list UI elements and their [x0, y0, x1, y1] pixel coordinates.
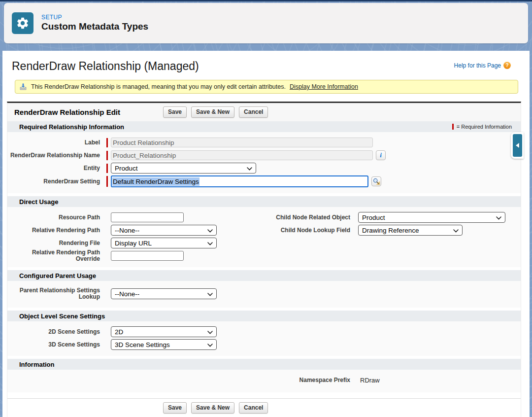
2d-scene-settings-field-label: 2D Scene Settings — [7, 329, 100, 335]
rendering-file-field-label: Rendering File — [7, 240, 100, 246]
child-node-lookup-field-select[interactable]: Drawing Reference — [358, 225, 463, 236]
info-icon[interactable]: i — [376, 150, 386, 160]
collapse-sidebar-handle[interactable] — [511, 132, 524, 159]
managed-notice-banner: This RenderDraw Relationship is managed,… — [15, 80, 518, 94]
child-node-lookup-field-value: Drawing Reference — [362, 227, 419, 234]
direct-usage-fields-area: Resource Path Child Node Related Object … — [7, 207, 521, 267]
edit-form: RenderDraw Relationship Edit Save Save &… — [7, 102, 521, 417]
parent-relationship-settings-lookup-value: --None-- — [115, 290, 139, 298]
field-row-rendering-file: Rendering File Display URL — [7, 237, 521, 249]
parent-relationship-settings-lookup-select[interactable]: --None-- — [111, 288, 217, 299]
top-button-group: Save Save & New Cancel — [163, 106, 268, 118]
scene-settings-fields-area: 2D Scene Settings 2D 3D Scene Settings 3… — [7, 321, 521, 356]
save-button[interactable]: Save — [163, 106, 187, 118]
info-glyph: i — [380, 151, 382, 159]
relative-rendering-path-value: --None-- — [115, 227, 139, 234]
cancel-button[interactable]: Cancel — [239, 106, 268, 118]
section-information: Information — [7, 359, 521, 370]
bottom-button-group: Save Save & New Cancel — [7, 398, 521, 417]
relative-rendering-path-field-label: Relative Rendering Path — [7, 227, 100, 234]
relative-rendering-path-select[interactable]: --None-- — [111, 225, 217, 236]
2d-scene-settings-value: 2D — [115, 328, 123, 336]
setup-gear-icon — [12, 12, 33, 34]
section-direct-usage: Direct Usage — [7, 196, 521, 207]
child-node-lookup-field-label: Child Node Lookup Field — [264, 227, 358, 234]
spacer — [106, 289, 108, 299]
section-object-level-scene-settings: Object Level Scene Settings — [7, 311, 521, 321]
parent-relationship-settings-lookup-field-label: Parent Relationship Settings Lookup — [7, 287, 100, 300]
field-namespace-prefix: Namespace Prefix RDraw — [264, 377, 380, 384]
configured-parent-usage-fields-area: Parent Relationship Settings Lookup --No… — [7, 281, 521, 308]
field-row-label: Label — [7, 136, 521, 149]
spacer — [106, 251, 108, 261]
field-child-node-lookup-field: Child Node Lookup Field Drawing Referenc… — [264, 225, 463, 236]
cancel-button-bottom[interactable]: Cancel — [239, 402, 268, 414]
field-row-renderdraw-setting: RenderDraw Setting Default RenderDraw Se… — [7, 174, 521, 188]
spacer — [106, 327, 108, 337]
required-legend-text: = Required Information — [457, 124, 512, 130]
label-field-label: Label — [7, 139, 100, 146]
3d-scene-settings-select[interactable]: 3D Scene Settings — [111, 339, 217, 350]
chevron-down-icon — [453, 229, 459, 233]
field-row-relative-rendering-path: Relative Rendering Path --None-- Child N… — [7, 224, 521, 237]
field-row-namespace-prefix: Namespace Prefix RDraw — [7, 375, 521, 385]
chevron-down-icon — [247, 167, 252, 171]
relative-rendering-path-override-input[interactable] — [111, 251, 184, 261]
chevron-down-icon — [207, 344, 213, 347]
2d-scene-settings-select[interactable]: 2D — [111, 326, 217, 337]
required-fields-area: Label RenderDraw Relationship Name i Ent… — [7, 132, 521, 193]
collapse-sidebar-handle-inner — [513, 134, 522, 157]
3d-scene-settings-field-label: 3D Scene Settings — [7, 342, 100, 348]
namespace-prefix-field-label: Namespace Prefix — [264, 377, 358, 383]
setup-eyebrow: SETUP — [41, 14, 62, 21]
namespace-prefix-value: RDraw — [360, 377, 380, 384]
chevron-left-icon — [516, 143, 519, 148]
display-more-information-link[interactable]: Display More Information — [290, 83, 358, 90]
field-child-node-related-object: Child Node Related Object Product — [264, 212, 505, 223]
lookup-icon[interactable] — [371, 176, 381, 186]
form-title: RenderDraw Relationship Edit — [14, 108, 120, 116]
notice-text: This RenderDraw Relationship is managed,… — [31, 83, 286, 90]
save-and-new-button[interactable]: Save & New — [191, 106, 234, 118]
magnifier-page-icon — [372, 177, 380, 185]
relative-rendering-path-override-field-label: Relative Rendering Path Override — [7, 249, 100, 262]
main-panel: RenderDraw Relationship (Managed) Help f… — [2, 51, 530, 417]
window-top-border — [0, 0, 532, 1]
renderdraw-setting-field-label: RenderDraw Setting — [7, 178, 100, 185]
selected-text: Default RenderDraw Settings — [112, 177, 200, 186]
entity-select[interactable]: Product — [111, 163, 256, 174]
help-link[interactable]: Help for this Page — [454, 62, 501, 69]
chevron-down-icon — [496, 216, 501, 220]
section-title: Information — [19, 361, 55, 368]
relationship-name-field-label: RenderDraw Relationship Name — [7, 152, 100, 159]
required-indicator — [106, 151, 108, 160]
spacer — [106, 213, 108, 222]
field-row-relationship-name: RenderDraw Relationship Name i — [7, 149, 521, 162]
section-title: Configured Parent Usage — [19, 272, 96, 279]
child-node-related-object-select[interactable]: Product — [358, 212, 505, 223]
save-and-new-button-bottom[interactable]: Save & New — [191, 402, 234, 414]
renderdraw-setting-input[interactable]: Default RenderDraw Settings — [111, 175, 368, 187]
rendering-file-select[interactable]: Display URL — [111, 238, 217, 248]
chevron-down-icon — [207, 229, 213, 233]
section-title: Required Relationship Information — [19, 123, 124, 131]
setup-header-card: SETUP Custom Metadata Types — [4, 3, 528, 43]
spacer — [106, 239, 108, 248]
section-title: Object Level Scene Settings — [19, 313, 105, 320]
spacer — [106, 340, 108, 349]
entity-select-value: Product — [115, 165, 138, 172]
section-title: Direct Usage — [19, 198, 58, 206]
help-question-icon[interactable]: ? — [503, 62, 511, 69]
information-fields-area: Namespace Prefix RDraw — [7, 370, 521, 392]
field-row-resource-path: Resource Path Child Node Related Object … — [7, 211, 521, 224]
chevron-down-icon — [207, 331, 213, 334]
rendering-file-value: Display URL — [115, 240, 152, 247]
resource-path-input[interactable] — [111, 212, 184, 222]
chevron-down-icon — [207, 242, 213, 245]
gear-icon — [16, 16, 30, 30]
save-button-bottom[interactable]: Save — [163, 402, 187, 414]
section-configured-parent-usage: Configured Parent Usage — [7, 270, 521, 281]
label-input — [111, 138, 373, 147]
app-title: Custom Metadata Types — [41, 21, 148, 32]
child-node-related-object-field-label: Child Node Related Object — [264, 214, 358, 221]
